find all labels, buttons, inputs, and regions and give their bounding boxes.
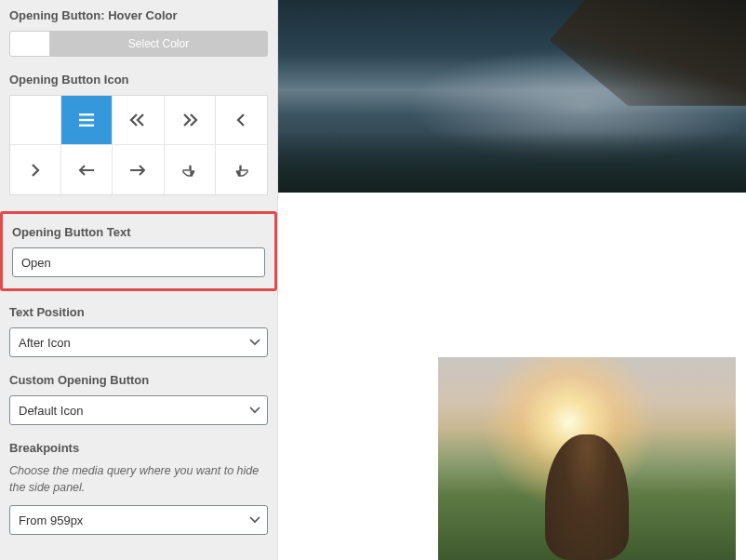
icon-section-label: Opening Button Icon [9,73,268,87]
custom-button-field: Custom Opening Button Default Icon [9,373,268,425]
icon-option-double-chevron-right[interactable] [165,96,216,145]
preview-content-image [438,357,736,560]
icon-option-double-chevron-left[interactable] [113,96,164,145]
custom-button-label: Custom Opening Button [9,373,268,387]
text-position-label: Text Position [9,305,268,319]
double-chevron-right-icon [181,113,198,127]
breakpoints-field: Breakpoints Choose the media query where… [9,441,268,535]
preview-hero-image [278,0,746,193]
hand-pointing-left-icon [181,163,198,178]
chevron-right-icon [30,164,41,177]
icon-option-arrow-left[interactable] [61,145,113,194]
icon-option-hand-left[interactable] [165,145,216,194]
arrow-left-icon [78,165,95,176]
chevron-left-icon [235,113,246,127]
icon-option-chevron-right[interactable] [10,145,61,194]
highlighted-button-text-section: Opening Button Text [0,211,277,291]
breakpoints-select[interactable]: From 959px [9,505,268,535]
svg-rect-2 [79,125,94,127]
icon-option-chevron-left[interactable] [216,96,267,145]
double-chevron-left-icon [129,113,146,127]
custom-button-select[interactable]: Default Icon [9,395,268,425]
color-picker-row: Select Color [9,31,268,57]
select-color-button[interactable]: Select Color [50,31,268,57]
arrow-right-icon [129,165,146,176]
svg-rect-1 [79,119,94,121]
hover-color-label: Opening Button: Hover Color [9,8,268,22]
icon-option-none[interactable] [10,96,61,145]
preview-pane [278,0,746,560]
button-text-label: Opening Button Text [12,225,265,239]
hamburger-icon [79,113,94,127]
button-text-input[interactable] [12,247,265,277]
color-swatch[interactable] [9,31,50,57]
text-position-select[interactable]: After Icon [9,327,268,357]
breakpoints-help: Choose the media query where you want to… [9,463,268,496]
icon-option-hand-right[interactable] [216,145,267,194]
hand-pointing-right-icon [233,163,249,178]
breakpoints-label: Breakpoints [9,441,268,455]
icon-option-arrow-right[interactable] [113,145,164,194]
text-position-field: Text Position After Icon [9,305,268,357]
svg-rect-0 [79,113,94,115]
settings-sidebar: Opening Button: Hover Color Select Color… [0,0,278,560]
icon-option-hamburger[interactable] [61,96,113,145]
icon-grid [9,95,268,195]
